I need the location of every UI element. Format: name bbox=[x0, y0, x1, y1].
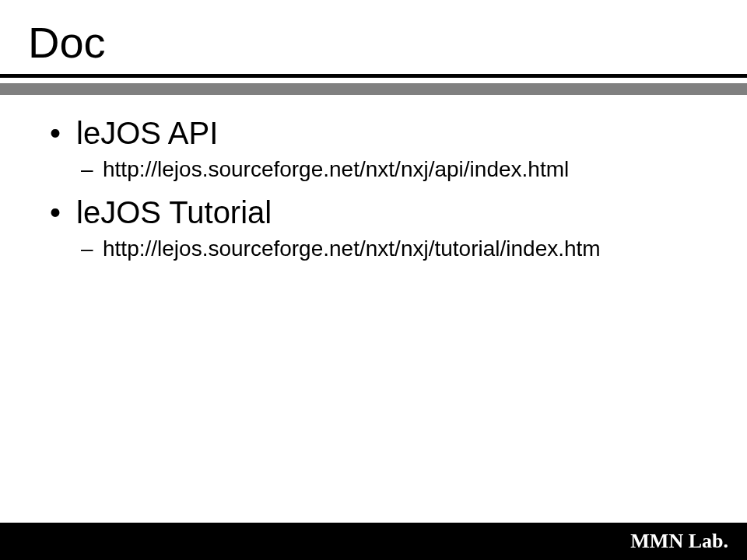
list-item: leJOS API http://lejos.sourceforge.net/n… bbox=[50, 114, 716, 184]
bullet-text: leJOS API bbox=[76, 116, 218, 150]
rule-gap bbox=[0, 78, 747, 83]
bullet-text: leJOS Tutorial bbox=[76, 195, 272, 229]
list-item: http://lejos.sourceforge.net/nxt/nxj/tut… bbox=[76, 235, 716, 263]
sub-bullet-text: http://lejos.sourceforge.net/nxt/nxj/api… bbox=[103, 157, 569, 181]
list-item: leJOS Tutorial http://lejos.sourceforge.… bbox=[50, 193, 716, 263]
slide-title: Doc bbox=[0, 0, 747, 74]
bullet-list: leJOS API http://lejos.sourceforge.net/n… bbox=[50, 114, 716, 264]
footer-label: MMN Lab. bbox=[630, 530, 728, 553]
sub-list: http://lejos.sourceforge.net/nxt/nxj/api… bbox=[76, 156, 716, 184]
footer-bar: MMN Lab. bbox=[0, 523, 747, 560]
rule-gray bbox=[0, 83, 747, 95]
sub-bullet-text: http://lejos.sourceforge.net/nxt/nxj/tut… bbox=[103, 236, 601, 261]
slide-content: leJOS API http://lejos.sourceforge.net/n… bbox=[0, 95, 747, 264]
title-rule bbox=[0, 74, 747, 95]
slide: Doc leJOS API http://lejos.sourceforge.n… bbox=[0, 0, 747, 560]
list-item: http://lejos.sourceforge.net/nxt/nxj/api… bbox=[76, 156, 716, 184]
sub-list: http://lejos.sourceforge.net/nxt/nxj/tut… bbox=[76, 235, 716, 263]
